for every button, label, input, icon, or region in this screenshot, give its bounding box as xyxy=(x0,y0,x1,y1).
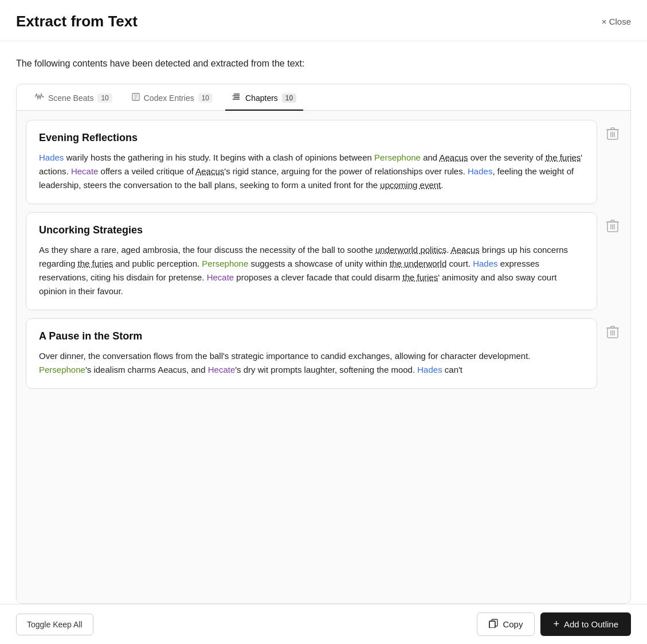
ref-aeacus-2: Aeacus xyxy=(451,245,480,255)
tabs-outer: Scene Beats 10 Codex Entries 10 xyxy=(16,84,631,604)
link-persephone-2[interactable]: Persephone xyxy=(202,259,248,268)
link-hecate-1[interactable]: Hecate xyxy=(71,166,99,176)
waveform-icon xyxy=(35,93,44,103)
card-evening-reflections: Evening Reflections Hades warily hosts t… xyxy=(26,120,597,204)
link-hades-2[interactable]: Hades xyxy=(468,166,492,176)
copy-button[interactable]: Copy xyxy=(477,612,535,636)
card-uncorking-strategies: Uncorking Strategies As they share a rar… xyxy=(26,212,597,310)
ref-underworld-politics: underworld politics xyxy=(375,245,446,255)
link-hades-4[interactable]: Hades xyxy=(417,365,442,374)
chapters-icon xyxy=(232,93,241,103)
link-persephone-3[interactable]: Persephone xyxy=(39,365,85,374)
tab-scene-beats[interactable]: Scene Beats 10 xyxy=(28,85,119,111)
plus-icon: + xyxy=(553,618,559,630)
card-3-text: Over dinner, the conversation flows from… xyxy=(39,349,584,377)
link-persephone-1[interactable]: Persephone xyxy=(374,153,421,162)
tab-chapters-label: Chapters xyxy=(245,93,278,103)
modal-container: Extract from Text × Close The following … xyxy=(0,0,647,644)
add-to-outline-button[interactable]: + Add to Outline xyxy=(540,612,631,636)
card-row-3: A Pause in the Storm Over dinner, the co… xyxy=(26,318,621,389)
link-hades-3[interactable]: Hades xyxy=(473,259,497,268)
ref-furies-1: the furies xyxy=(546,153,581,162)
card-2-text: As they share a rare, aged ambrosia, the… xyxy=(39,243,584,298)
ref-upcoming-event: upcoming event xyxy=(380,180,441,190)
delete-card-2-button[interactable] xyxy=(604,217,621,237)
ref-aeacus-1b: Aeacus xyxy=(195,166,224,176)
modal-body: The following contents have been detecte… xyxy=(0,41,647,604)
toggle-keep-all-button[interactable]: Toggle Keep All xyxy=(16,614,93,635)
tab-chapters-count: 10 xyxy=(282,93,296,103)
delete-card-3-button[interactable] xyxy=(604,323,621,343)
link-hecate-3[interactable]: Hecate xyxy=(208,365,236,374)
add-outline-label: Add to Outline xyxy=(564,619,618,629)
card-pause-in-storm: A Pause in the Storm Over dinner, the co… xyxy=(26,318,597,389)
tab-chapters[interactable]: Chapters 10 xyxy=(225,85,303,111)
tab-codex-entries[interactable]: Codex Entries 10 xyxy=(125,85,219,111)
link-hades-1[interactable]: Hades xyxy=(39,153,64,162)
book-icon xyxy=(132,93,140,103)
modal-footer: Toggle Keep All Copy + Add to Outline xyxy=(0,604,647,644)
tab-codex-entries-count: 10 xyxy=(198,93,213,103)
tab-scene-beats-label: Scene Beats xyxy=(48,93,93,103)
close-button[interactable]: × Close xyxy=(602,17,631,26)
tab-scene-beats-count: 10 xyxy=(97,93,112,103)
subtitle-text: The following contents have been detecte… xyxy=(16,58,631,69)
copy-icon xyxy=(489,619,498,630)
card-3-title: A Pause in the Storm xyxy=(39,330,584,342)
ref-furies-3: the furies xyxy=(403,272,438,282)
delete-card-1-button[interactable] xyxy=(604,124,621,145)
ref-underworld-2: the underworld xyxy=(390,259,446,268)
link-hecate-2[interactable]: Hecate xyxy=(207,272,234,282)
ref-furies-2: the furies xyxy=(78,259,113,268)
ref-aeacus-1: Aeacus xyxy=(440,153,468,162)
card-2-title: Uncorking Strategies xyxy=(39,224,584,236)
tab-codex-entries-label: Codex Entries xyxy=(144,93,194,103)
card-row-1: Evening Reflections Hades warily hosts t… xyxy=(26,120,621,204)
footer-right: Copy + Add to Outline xyxy=(477,612,631,636)
copy-label: Copy xyxy=(503,619,523,629)
card-1-title: Evening Reflections xyxy=(39,132,584,144)
modal-title: Extract from Text xyxy=(16,13,138,30)
cards-area: Evening Reflections Hades warily hosts t… xyxy=(17,111,630,603)
modal-header: Extract from Text × Close xyxy=(0,0,647,41)
card-row-2: Uncorking Strategies As they share a rar… xyxy=(26,212,621,310)
card-1-text: Hades warily hosts the gathering in his … xyxy=(39,151,584,192)
tabs-bar: Scene Beats 10 Codex Entries 10 xyxy=(17,84,630,111)
svg-rect-24 xyxy=(489,621,495,628)
